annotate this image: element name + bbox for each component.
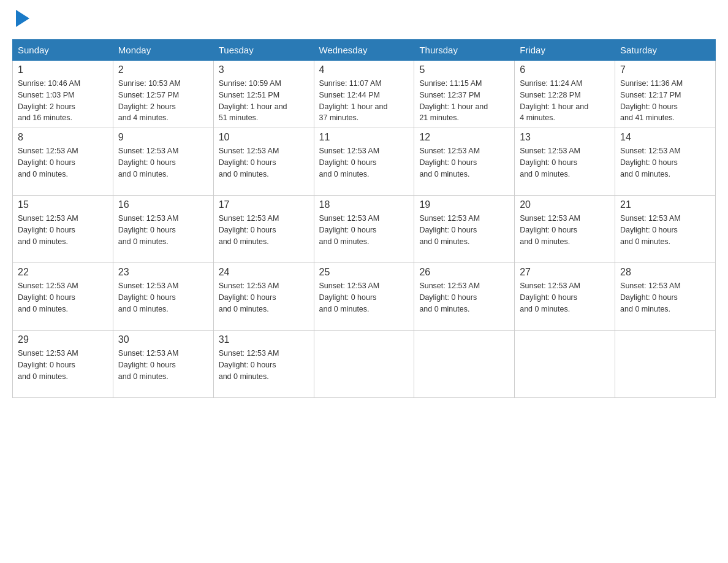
calendar-week-row: 1Sunrise: 10:46 AM Sunset: 1:03 PM Dayli… (13, 61, 716, 128)
day-number: 23 (118, 267, 208, 278)
day-info: Sunset: 12:53 AM Daylight: 0 hours and 0… (419, 213, 509, 247)
calendar-cell: 6Sunrise: 11:24 AM Sunset: 12:28 PM Dayl… (515, 61, 615, 128)
calendar-cell: 2Sunrise: 10:53 AM Sunset: 12:57 PM Dayl… (113, 61, 213, 128)
day-number: 9 (118, 132, 208, 143)
day-number: 1 (18, 64, 108, 75)
day-info: Sunrise: 10:53 AM Sunset: 12:57 PM Dayli… (118, 78, 208, 124)
calendar-cell: 13Sunset: 12:53 AM Daylight: 0 hours and… (515, 128, 615, 196)
calendar-cell: 25Sunset: 12:53 AM Daylight: 0 hours and… (314, 263, 414, 331)
calendar-cell: 3Sunrise: 10:59 AM Sunset: 12:51 PM Dayl… (213, 61, 314, 128)
calendar-cell: 15Sunset: 12:53 AM Daylight: 0 hours and… (13, 196, 113, 263)
calendar-cell: 14Sunset: 12:53 AM Daylight: 0 hours and… (615, 128, 716, 196)
day-info: Sunset: 12:53 AM Daylight: 0 hours and 0… (620, 145, 710, 180)
day-info: Sunrise: 11:36 AM Sunset: 12:17 PM Dayli… (620, 78, 710, 124)
day-number: 14 (620, 132, 710, 143)
day-number: 13 (520, 132, 610, 143)
weekday-header-thursday: Thursday (414, 40, 515, 61)
weekday-header-row: SundayMondayTuesdayWednesdayThursdayFrid… (13, 40, 716, 61)
day-number: 12 (419, 132, 509, 143)
day-number: 7 (620, 64, 710, 75)
day-number: 11 (319, 132, 409, 143)
calendar-cell: 24Sunset: 12:53 AM Daylight: 0 hours and… (213, 263, 314, 331)
day-info: Sunset: 12:53 AM Daylight: 0 hours and 0… (118, 348, 208, 382)
weekday-header-friday: Friday (515, 40, 615, 61)
calendar-cell (515, 331, 615, 398)
logo-image (12, 12, 29, 27)
day-info: Sunset: 12:53 AM Daylight: 0 hours and 0… (319, 213, 409, 247)
calendar-cell: 21Sunset: 12:53 AM Daylight: 0 hours and… (615, 196, 716, 263)
day-number: 2 (118, 64, 208, 75)
day-number: 18 (319, 199, 409, 210)
day-info: Sunset: 12:53 AM Daylight: 0 hours and 0… (319, 280, 409, 315)
calendar-cell: 12Sunset: 12:53 AM Daylight: 0 hours and… (414, 128, 515, 196)
day-info: Sunset: 12:53 AM Daylight: 0 hours and 0… (520, 280, 610, 315)
day-number: 25 (319, 267, 409, 278)
day-number: 31 (219, 334, 309, 345)
day-number: 20 (520, 199, 610, 210)
day-number: 16 (118, 199, 208, 210)
day-info: Sunset: 12:53 AM Daylight: 0 hours and 0… (419, 145, 509, 180)
weekday-header-monday: Monday (113, 40, 213, 61)
calendar-week-row: 29Sunset: 12:53 AM Daylight: 0 hours and… (13, 331, 716, 398)
day-info: Sunrise: 11:07 AM Sunset: 12:44 PM Dayli… (319, 78, 409, 124)
calendar-cell: 18Sunset: 12:53 AM Daylight: 0 hours and… (314, 196, 414, 263)
svg-marker-0 (16, 10, 29, 27)
day-info: Sunset: 12:53 AM Daylight: 0 hours and 0… (419, 280, 509, 315)
day-number: 8 (18, 132, 108, 143)
calendar-table: SundayMondayTuesdayWednesdayThursdayFrid… (12, 39, 716, 398)
day-number: 3 (219, 64, 309, 75)
day-number: 22 (18, 267, 108, 278)
calendar-cell: 29Sunset: 12:53 AM Daylight: 0 hours and… (13, 331, 113, 398)
weekday-header-wednesday: Wednesday (314, 40, 414, 61)
day-number: 29 (18, 334, 108, 345)
day-info: Sunrise: 10:46 AM Sunset: 1:03 PM Daylig… (18, 78, 108, 124)
day-number: 19 (419, 199, 509, 210)
day-info: Sunrise: 11:15 AM Sunset: 12:37 PM Dayli… (419, 78, 509, 124)
calendar-cell: 10Sunset: 12:53 AM Daylight: 0 hours and… (213, 128, 314, 196)
day-info: Sunset: 12:53 AM Daylight: 0 hours and 0… (18, 213, 108, 247)
day-info: Sunset: 12:53 AM Daylight: 0 hours and 0… (118, 213, 208, 247)
calendar-cell: 8Sunset: 12:53 AM Daylight: 0 hours and … (13, 128, 113, 196)
calendar-cell: 26Sunset: 12:53 AM Daylight: 0 hours and… (414, 263, 515, 331)
day-number: 28 (620, 267, 710, 278)
calendar-cell: 11Sunset: 12:53 AM Daylight: 0 hours and… (314, 128, 414, 196)
day-number: 27 (520, 267, 610, 278)
weekday-header-tuesday: Tuesday (213, 40, 314, 61)
day-info: Sunset: 12:53 AM Daylight: 0 hours and 0… (219, 280, 309, 315)
day-info: Sunrise: 11:24 AM Sunset: 12:28 PM Dayli… (520, 78, 610, 124)
calendar-cell (615, 331, 716, 398)
day-info: Sunset: 12:53 AM Daylight: 0 hours and 0… (18, 348, 108, 382)
logo (12, 12, 29, 27)
calendar-cell: 19Sunset: 12:53 AM Daylight: 0 hours and… (414, 196, 515, 263)
weekday-header-sunday: Sunday (13, 40, 113, 61)
day-number: 24 (219, 267, 309, 278)
calendar-cell: 28Sunset: 12:53 AM Daylight: 0 hours and… (615, 263, 716, 331)
calendar-cell: 17Sunset: 12:53 AM Daylight: 0 hours and… (213, 196, 314, 263)
day-info: Sunset: 12:53 AM Daylight: 0 hours and 0… (219, 145, 309, 180)
calendar-cell (414, 331, 515, 398)
day-info: Sunset: 12:53 AM Daylight: 0 hours and 0… (620, 280, 710, 315)
calendar-cell: 22Sunset: 12:53 AM Daylight: 0 hours and… (13, 263, 113, 331)
day-info: Sunset: 12:53 AM Daylight: 0 hours and 0… (219, 348, 309, 382)
calendar-week-row: 8Sunset: 12:53 AM Daylight: 0 hours and … (13, 128, 716, 196)
calendar-cell (314, 331, 414, 398)
calendar-cell: 30Sunset: 12:53 AM Daylight: 0 hours and… (113, 331, 213, 398)
day-number: 6 (520, 64, 610, 75)
day-info: Sunset: 12:53 AM Daylight: 0 hours and 0… (118, 145, 208, 180)
day-number: 21 (620, 199, 710, 210)
calendar-cell: 27Sunset: 12:53 AM Daylight: 0 hours and… (515, 263, 615, 331)
day-number: 30 (118, 334, 208, 345)
weekday-header-saturday: Saturday (615, 40, 716, 61)
day-info: Sunset: 12:53 AM Daylight: 0 hours and 0… (520, 213, 610, 247)
calendar-week-row: 22Sunset: 12:53 AM Daylight: 0 hours and… (13, 263, 716, 331)
day-number: 10 (219, 132, 309, 143)
day-info: Sunset: 12:53 AM Daylight: 0 hours and 0… (620, 213, 710, 247)
calendar-cell: 20Sunset: 12:53 AM Daylight: 0 hours and… (515, 196, 615, 263)
day-info: Sunset: 12:53 AM Daylight: 0 hours and 0… (219, 213, 309, 247)
day-number: 15 (18, 199, 108, 210)
calendar-cell: 9Sunset: 12:53 AM Daylight: 0 hours and … (113, 128, 213, 196)
day-number: 5 (419, 64, 509, 75)
day-info: Sunset: 12:53 AM Daylight: 0 hours and 0… (18, 145, 108, 180)
day-info: Sunrise: 10:59 AM Sunset: 12:51 PM Dayli… (219, 78, 309, 124)
page-header (12, 12, 716, 27)
